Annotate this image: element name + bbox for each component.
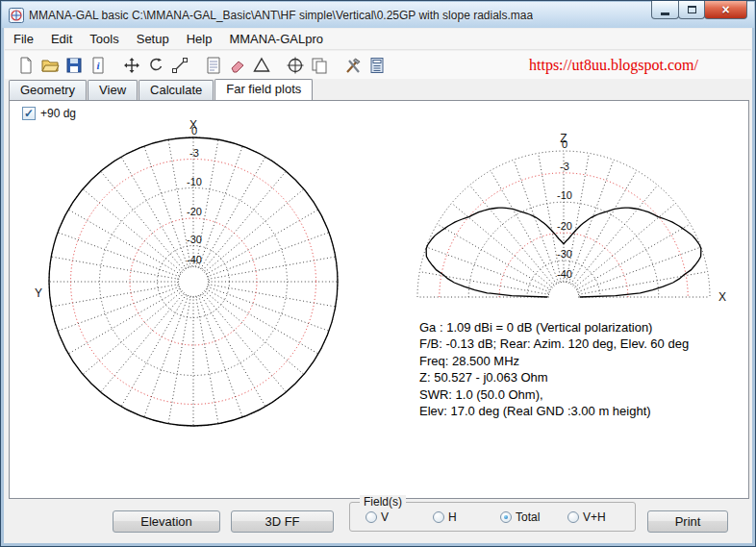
plus90-checkbox-label: +90 dg [40, 107, 76, 120]
radio-h[interactable]: H [433, 510, 500, 524]
minimize-button[interactable] [651, 1, 679, 19]
blog-link[interactable]: https://ut8uu.blogspot.com/ [529, 57, 698, 74]
maximize-icon [688, 6, 696, 13]
tab-geometry[interactable]: Geometry [9, 80, 87, 100]
gain-line: Ga : 1.09 dBi = 0 dB (Vertical polarizat… [419, 319, 689, 336]
radio-total[interactable]: Total [500, 510, 567, 524]
wire-edit-icon[interactable] [167, 54, 191, 77]
svg-text:X: X [718, 290, 726, 304]
svg-text:-3: -3 [560, 161, 569, 172]
center-target-icon[interactable] [283, 54, 307, 77]
copy-icon[interactable] [307, 54, 331, 77]
svg-text:-20: -20 [187, 206, 202, 217]
rotate-icon[interactable] [143, 54, 167, 77]
toolbar: i https://ut8uu.blogspot.com/ [5, 51, 751, 79]
radio-vh-icon [567, 511, 579, 523]
azimuth-plot: 0-3-10-20-30-40XY [11, 118, 386, 455]
triangle-icon[interactable] [249, 54, 273, 77]
svg-text:-40: -40 [187, 254, 202, 265]
ring-labels: 0-3-10-20-30-40 [187, 125, 202, 265]
tab-strip: Geometry View Calculate Far field plots [9, 80, 314, 100]
elevation-button[interactable]: Elevation [113, 510, 220, 533]
window-title: MMANA-GAL basic C:\MMANA-GAL_Basic\ANT\H… [29, 9, 533, 22]
fb-line: F/B: -0.13 dB; Rear: Azim. 120 deg, Elev… [419, 336, 689, 352]
radio-v-label: V [381, 510, 389, 524]
maximize-button[interactable] [678, 1, 705, 19]
open-file-icon[interactable] [38, 54, 62, 77]
fields-group-title: Field(s) [360, 495, 406, 509]
svg-text:-10: -10 [187, 176, 202, 187]
radio-v[interactable]: V [365, 510, 433, 524]
move-icon[interactable] [119, 54, 143, 77]
window-controls: × [652, 1, 747, 19]
close-button[interactable]: × [704, 1, 747, 19]
svg-text:-3: -3 [189, 147, 199, 159]
app-window: MMANA-GAL basic C:\MMANA-GAL_Basic\ANT\H… [0, 0, 756, 547]
radio-total-label: Total [516, 510, 540, 524]
radio-h-icon [433, 511, 444, 523]
menu-setup[interactable]: Setup [128, 30, 178, 48]
svg-text:-10: -10 [557, 189, 572, 201]
elevation-plot: 0-3-10-20-30-40ZX [405, 118, 749, 311]
radio-vh[interactable]: V+H [567, 510, 635, 524]
menu-bar: File Edit Tools Setup Help MMANA-GALpro [5, 29, 751, 50]
menu-edit[interactable]: Edit [42, 30, 81, 48]
elevation-line: Elev: 17.0 deg (Real GND :3.00 m height) [419, 403, 689, 419]
new-file-icon[interactable] [13, 54, 38, 77]
menu-mmana-galpro[interactable]: MMANA-GALpro [220, 30, 332, 48]
description-icon[interactable] [201, 54, 225, 77]
calculator-icon[interactable] [365, 54, 389, 77]
check-icon: ✓ [22, 107, 36, 120]
tools-icon[interactable] [340, 54, 365, 77]
3d-ff-button[interactable]: 3D FF [231, 510, 334, 533]
radio-vh-label: V+H [583, 510, 606, 524]
print-button[interactable]: Print [647, 510, 728, 533]
radio-h-label: H [448, 510, 457, 524]
axis-labels: ZX [560, 132, 726, 304]
menu-tools[interactable]: Tools [81, 30, 127, 48]
tab-far-field-plots[interactable]: Far field plots [214, 79, 313, 100]
svg-text:Z: Z [560, 132, 567, 145]
save-icon[interactable] [62, 54, 86, 77]
axis-labels: XY [35, 118, 197, 300]
radio-total-icon [500, 511, 512, 523]
svg-text:-30: -30 [557, 248, 572, 260]
svg-text:-30: -30 [187, 234, 202, 245]
svg-text:Y: Y [35, 286, 42, 300]
close-icon: × [721, 2, 729, 18]
app-icon [9, 8, 24, 23]
minimize-icon [661, 12, 669, 15]
menu-file[interactable]: File [5, 30, 42, 48]
freq-line: Freq: 28.500 MHz [419, 353, 689, 369]
svg-text:X: X [189, 118, 197, 132]
svg-text:-20: -20 [557, 220, 572, 232]
impedance-line: Z: 50.527 - j0.063 Ohm [419, 369, 689, 385]
file-info-icon[interactable]: i [86, 54, 110, 77]
tab-view[interactable]: View [88, 80, 138, 100]
swr-line: SWR: 1.0 (50.0 Ohm), [419, 386, 689, 403]
result-summary: Ga : 1.09 dBi = 0 dB (Vertical polarizat… [419, 319, 689, 419]
svg-text:-40: -40 [557, 268, 572, 280]
plus90-checkbox[interactable]: ✓ +90 dg [22, 107, 76, 120]
eraser-icon[interactable] [225, 54, 249, 77]
ring-labels: 0-3-10-20-30-40 [557, 138, 572, 280]
menu-help[interactable]: Help [178, 30, 221, 48]
radio-v-icon [365, 511, 377, 523]
tab-calculate[interactable]: Calculate [139, 80, 214, 100]
fields-groupbox: Field(s) V H Total V+H [349, 502, 636, 532]
title-bar[interactable]: MMANA-GAL basic C:\MMANA-GAL_Basic\ANT\H… [2, 2, 754, 28]
